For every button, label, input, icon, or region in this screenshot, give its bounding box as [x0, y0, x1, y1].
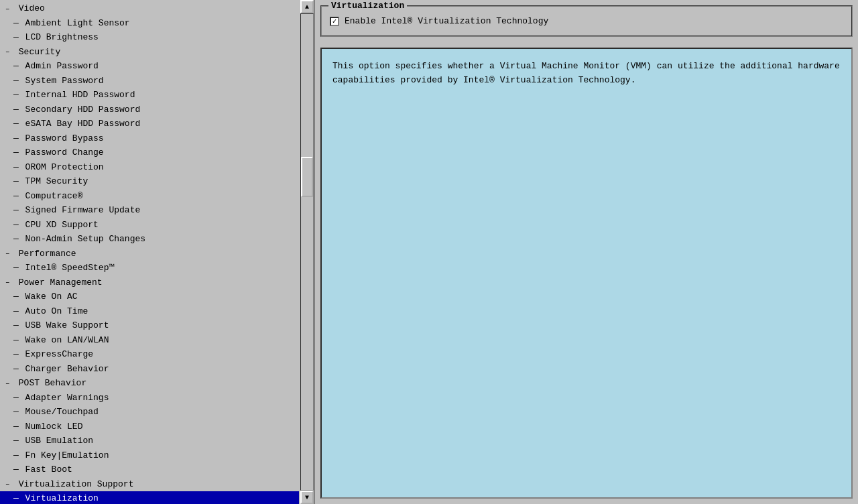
tree-label-usb-emulation: USB Emulation	[20, 434, 93, 448]
tree-item-mouse-touchpad[interactable]: — Mouse/Touchpad	[0, 405, 299, 420]
tree-item-cpu-xd-support[interactable]: — CPU XD Support	[0, 218, 299, 233]
tree-dash-password-bypass: —	[13, 132, 19, 145]
tree-item-non-admin-setup-changes[interactable]: — Non-Admin Setup Changes	[0, 232, 299, 247]
tree-item-post-behavior[interactable]: – POST Behavior	[0, 376, 299, 391]
tree-item-password-change[interactable]: — Password Change	[0, 145, 299, 160]
tree-dash-system-password: —	[13, 74, 19, 88]
scroll-down-button[interactable]: ▼	[300, 491, 314, 504]
tree-item-secondary-hdd-password[interactable]: — Secondary HDD Password	[0, 103, 299, 117]
tree-dash-wake-on-lan-wlan: —	[13, 334, 19, 347]
tree-item-usb-emulation[interactable]: — USB Emulation	[0, 434, 299, 448]
tree-item-virtualization[interactable]: — Virtualization	[0, 491, 299, 504]
tree-item-lcd-brightness[interactable]: — LCD Brightness	[0, 30, 299, 45]
tree-item-signed-firmware-update[interactable]: — Signed Firmware Update	[0, 203, 299, 218]
tree-label-wake-on-lan-wlan: Wake on LAN/WLAN	[20, 334, 109, 347]
tree-label-esata-bay-hdd-password: eSATA Bay HDD Password	[20, 117, 140, 131]
left-navigation-panel: – Video— Ambient Light Sensor— LCD Brigh…	[0, 0, 315, 504]
tree-dash-lcd-brightness: —	[13, 31, 19, 44]
checkbox-label: Enable Intel® Virtualization Technology	[345, 16, 548, 26]
tree-dash-auto-on-time: —	[13, 305, 19, 318]
tree-item-video[interactable]: – Video	[0, 1, 299, 16]
tree-dash-password-change: —	[13, 146, 19, 160]
tree-item-security[interactable]: – Security	[0, 45, 299, 60]
info-description-box: This option specifies whether a Virtual …	[320, 48, 853, 499]
tree-item-charger-behavior[interactable]: — Charger Behavior	[0, 362, 299, 377]
tree-dash-virtualization: —	[13, 492, 19, 504]
tree-dash-charger-behavior: —	[13, 363, 19, 376]
tree-dash-cpu-xd-support: —	[13, 218, 19, 232]
tree-item-fn-key-emulation[interactable]: — Fn Key|Emulation	[0, 448, 299, 463]
tree-label-expresscharge: ExpressCharge	[20, 348, 93, 361]
tree-item-orom-protection[interactable]: — OROM Protection	[0, 160, 299, 175]
expander-icon-virtualization-support: –	[5, 479, 13, 490]
tree-label-virtualization-support: Virtualization Support	[13, 478, 133, 491]
tree-item-performance[interactable]: – Performance	[0, 247, 299, 261]
tree-item-password-bypass[interactable]: — Password Bypass	[0, 131, 299, 146]
tree-dash-wake-on-ac: —	[13, 290, 19, 304]
tree-label-virtualization: Virtualization	[20, 492, 99, 504]
tree-label-orom-protection: OROM Protection	[20, 161, 104, 174]
expander-icon-post-behavior: –	[5, 378, 13, 389]
tree-label-power-management: Power Management	[13, 276, 103, 290]
tree-item-usb-wake-support[interactable]: — USB Wake Support	[0, 318, 299, 333]
tree-scroll-area: – Video— Ambient Light Sensor— LCD Brigh…	[0, 0, 314, 504]
tree-label-non-admin-setup-changes: Non-Admin Setup Changes	[20, 233, 145, 246]
tree-dash-intel-speedstep: —	[13, 261, 19, 275]
tree-label-cpu-xd-support: CPU XD Support	[20, 218, 99, 232]
tree-item-wake-on-lan-wlan[interactable]: — Wake on LAN/WLAN	[0, 333, 299, 348]
tree-item-esata-bay-hdd-password[interactable]: — eSATA Bay HDD Password	[0, 117, 299, 131]
tree-label-performance: Performance	[13, 247, 76, 261]
down-arrow-icon: ▼	[305, 494, 309, 501]
tree-item-adapter-warnings[interactable]: — Adapter Warnings	[0, 391, 299, 405]
up-arrow-icon: ▲	[305, 3, 309, 11]
tree-item-system-password[interactable]: — System Password	[0, 74, 299, 88]
tree-item-auto-on-time[interactable]: — Auto On Time	[0, 304, 299, 319]
tree-dash-secondary-hdd-password: —	[13, 103, 19, 117]
enable-virtualization-checkbox[interactable]: ✓	[330, 17, 339, 26]
tree-label-ambient-light-sensor: Ambient Light Sensor	[20, 17, 130, 30]
tree-label-wake-on-ac: Wake On AC	[20, 290, 78, 304]
tree-label-secondary-hdd-password: Secondary HDD Password	[20, 103, 140, 117]
tree-label-numlock-led: Numlock LED	[20, 420, 83, 434]
tree-item-virtualization-support[interactable]: – Virtualization Support	[0, 477, 299, 492]
tree-label-tpm-security: TPM Security	[20, 175, 88, 188]
tree-item-ambient-light-sensor[interactable]: — Ambient Light Sensor	[0, 16, 299, 31]
tree-label-mouse-touchpad: Mouse/Touchpad	[20, 405, 99, 419]
tree-dash-expresscharge: —	[13, 348, 19, 361]
tree-label-charger-behavior: Charger Behavior	[20, 363, 109, 376]
tree-item-tpm-security[interactable]: — TPM Security	[0, 174, 299, 189]
expander-icon-security: –	[5, 46, 13, 58]
right-content-panel: Virtualization ✓ Enable Intel® Virtualiz…	[315, 0, 858, 504]
tree-dash-admin-password: —	[13, 60, 19, 73]
tree-item-admin-password[interactable]: — Admin Password	[0, 59, 299, 74]
tree-label-password-bypass: Password Bypass	[20, 132, 104, 145]
tree-dash-non-admin-setup-changes: —	[13, 233, 19, 246]
scrollbar-thumb[interactable]	[301, 157, 313, 197]
tree-item-internal-hdd-password[interactable]: — Internal HDD Password	[0, 88, 299, 103]
tree-label-post-behavior: POST Behavior	[13, 377, 86, 390]
tree-label-adapter-warnings: Adapter Warnings	[20, 391, 109, 405]
tree-item-wake-on-ac[interactable]: — Wake On AC	[0, 290, 299, 304]
tree-item-power-management[interactable]: – Power Management	[0, 275, 299, 290]
tree-dash-computrace: —	[13, 190, 19, 203]
enable-virtualization-row[interactable]: ✓ Enable Intel® Virtualization Technolog…	[330, 16, 843, 26]
tree-dash-signed-firmware-update: —	[13, 204, 19, 217]
tree-dash-orom-protection: —	[13, 161, 19, 174]
virtualization-section: Virtualization ✓ Enable Intel® Virtualiz…	[320, 5, 853, 37]
tree-wrapper: – Video— Ambient Light Sensor— LCD Brigh…	[0, 0, 314, 504]
tree-dash-numlock-led: —	[13, 420, 19, 434]
tree-item-intel-speedstep[interactable]: — Intel® SpeedStep™	[0, 261, 299, 275]
tree-item-fast-boot[interactable]: — Fast Boot	[0, 462, 299, 477]
tree-dash-adapter-warnings: —	[13, 391, 19, 405]
tree-item-numlock-led[interactable]: — Numlock LED	[0, 420, 299, 434]
expander-icon-power-management: –	[5, 277, 13, 288]
tree-label-password-change: Password Change	[20, 146, 104, 160]
tree-item-computrace[interactable]: — Computrace®	[0, 189, 299, 204]
tree-dash-usb-emulation: —	[13, 434, 19, 448]
tree-item-expresscharge[interactable]: — ExpressCharge	[0, 347, 299, 362]
tree-dash-ambient-light-sensor: —	[13, 17, 19, 30]
tree-label-security: Security	[13, 46, 60, 59]
info-description-text: This option specifies whether a Virtual …	[332, 60, 841, 88]
scroll-up-button[interactable]: ▲	[300, 0, 314, 13]
expander-icon-video: –	[5, 3, 13, 15]
